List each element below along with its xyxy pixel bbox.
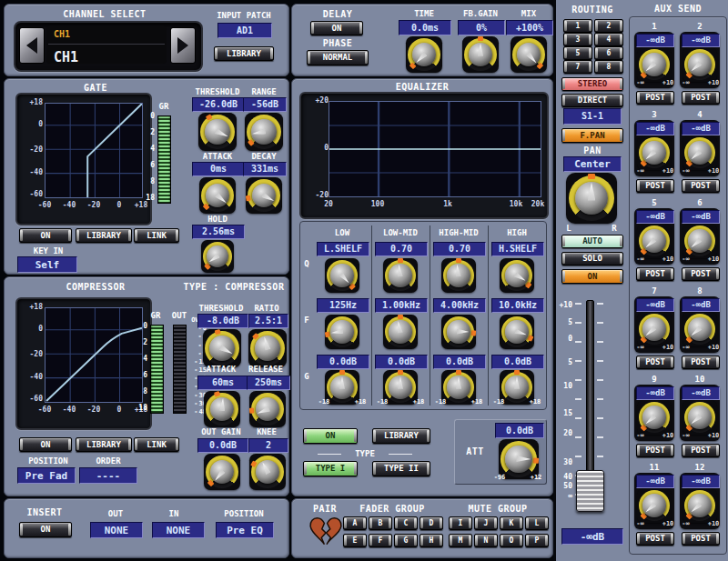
eq-highmid-q-knob[interactable] (441, 258, 476, 293)
mute-group-k[interactable]: K (500, 516, 523, 530)
mute-group-j[interactable]: J (474, 516, 498, 530)
fader-group-h[interactable]: H (420, 534, 443, 547)
aux-4-post-button[interactable]: POST (682, 179, 720, 193)
gate-keyin-value[interactable]: Self (17, 256, 77, 273)
routing-bus-4[interactable]: 4 (594, 33, 623, 46)
aux-8-knob[interactable] (682, 312, 717, 346)
eq-library-button[interactable]: LIBRARY (372, 428, 430, 444)
auto-button[interactable]: AUTO (561, 235, 623, 248)
delay-fbgain-knob[interactable] (462, 36, 499, 73)
eq-high-q-knob[interactable] (500, 258, 534, 293)
aux-3-knob[interactable] (637, 135, 672, 170)
gate-attack-knob[interactable] (199, 177, 236, 214)
aux-2-knob[interactable] (682, 47, 717, 82)
aux-1-post-button[interactable]: POST (636, 91, 674, 105)
input-patch-library-button[interactable]: LIBRARY (214, 46, 274, 61)
channel-prev-button[interactable] (19, 27, 45, 64)
eq-low-q-knob[interactable] (325, 258, 359, 293)
routing-bus-3[interactable]: 3 (563, 33, 592, 46)
routing-bus-6[interactable]: 6 (594, 46, 623, 60)
fader-group-a[interactable]: A (343, 516, 367, 530)
comp-on-button[interactable]: ON (19, 437, 72, 452)
solo-button[interactable]: SOLO (561, 252, 623, 265)
routing-bus-2[interactable]: 2 (594, 19, 623, 33)
insert-out-value[interactable]: NONE (90, 522, 143, 538)
aux-10-knob[interactable] (682, 400, 717, 435)
fader-group-d[interactable]: D (420, 516, 443, 530)
mute-group-o[interactable]: O (500, 534, 523, 547)
gate-threshold-knob[interactable] (198, 113, 237, 151)
gate-range-knob[interactable] (245, 113, 283, 151)
aux-6-post-button[interactable]: POST (682, 267, 720, 281)
comp-library-button[interactable]: LIBRARY (76, 437, 132, 452)
aux-3-post-button[interactable]: POST (636, 179, 674, 193)
insert-position-value[interactable]: Pre EQ (216, 522, 274, 538)
aux-11-post-button[interactable]: POST (636, 532, 674, 546)
gate-hold-knob[interactable] (201, 240, 234, 273)
routing-bus-1[interactable]: 1 (563, 19, 592, 33)
comp-threshold-knob[interactable] (203, 329, 241, 367)
aux-1-knob[interactable] (637, 47, 672, 82)
eq-highmid-f-knob[interactable] (441, 315, 476, 349)
aux-10-post-button[interactable]: POST (682, 444, 720, 457)
fader-handle[interactable] (576, 470, 604, 512)
mute-group-m[interactable]: M (449, 534, 472, 547)
comp-knee-knob[interactable] (249, 454, 286, 490)
comp-outgain-knob[interactable] (204, 454, 240, 490)
routing-stereo-button[interactable]: STEREO (561, 77, 623, 91)
aux-5-knob[interactable] (637, 224, 672, 258)
mute-group-p[interactable]: P (525, 534, 549, 547)
aux-11-knob[interactable] (637, 488, 672, 523)
eq-lowmid-f-knob[interactable] (383, 315, 418, 349)
delay-time-knob[interactable] (406, 36, 442, 73)
aux-12-post-button[interactable]: POST (682, 532, 720, 546)
routing-direct-button[interactable]: DIRECT (561, 94, 623, 107)
aux-4-knob[interactable] (682, 135, 717, 170)
eq-high-f-knob[interactable] (500, 315, 534, 349)
eq-lowmid-q-knob[interactable] (383, 258, 418, 293)
phase-normal-button[interactable]: NORMAL (307, 50, 369, 65)
comp-ratio-knob[interactable] (248, 329, 287, 367)
fader-group-b[interactable]: B (369, 516, 392, 530)
eq-type1-button[interactable]: TYPE I (303, 461, 358, 476)
input-patch-value[interactable]: AD1 (217, 23, 272, 38)
insert-in-value[interactable]: NONE (152, 522, 205, 538)
eq-on-button[interactable]: ON (303, 428, 358, 444)
mute-group-i[interactable]: I (449, 516, 472, 530)
broken-heart-icon[interactable] (308, 515, 343, 549)
comp-release-knob[interactable] (249, 391, 286, 427)
pan-knob[interactable] (566, 173, 617, 224)
insert-on-button[interactable]: ON (19, 522, 72, 537)
aux-7-post-button[interactable]: POST (636, 356, 674, 369)
gate-library-button[interactable]: LIBRARY (76, 228, 132, 243)
aux-2-post-button[interactable]: POST (682, 91, 720, 105)
fader-group-g[interactable]: G (394, 534, 418, 547)
aux-9-knob[interactable] (637, 400, 672, 435)
channel-next-button[interactable] (170, 27, 196, 64)
delay-mix-knob[interactable] (511, 36, 547, 73)
gate-decay-knob[interactable] (246, 177, 282, 214)
aux-9-post-button[interactable]: POST (636, 444, 674, 457)
gate-link-button[interactable]: LINK (134, 228, 179, 243)
mute-group-l[interactable]: L (525, 516, 549, 530)
routing-bus-8[interactable]: 8 (594, 60, 623, 74)
fader-group-c[interactable]: C (394, 516, 418, 530)
aux-8-post-button[interactable]: POST (682, 356, 720, 369)
aux-5-post-button[interactable]: POST (636, 267, 674, 281)
routing-bus-5[interactable]: 5 (563, 46, 592, 60)
comp-attack-knob[interactable] (204, 391, 240, 427)
follow-pan-button[interactable]: F.PAN (561, 128, 623, 143)
direct-out-slot-value[interactable]: S1-1 (563, 108, 622, 125)
fader-group-f[interactable]: F (369, 534, 392, 547)
aux-6-knob[interactable] (682, 224, 717, 258)
mute-group-n[interactable]: N (474, 534, 498, 547)
routing-bus-7[interactable]: 7 (563, 60, 592, 74)
comp-link-button[interactable]: LINK (134, 437, 179, 452)
eq-low-f-knob[interactable] (325, 315, 359, 349)
fader-group-e[interactable]: E (343, 534, 367, 547)
gate-on-button[interactable]: ON (19, 228, 72, 243)
aux-12-knob[interactable] (682, 488, 717, 523)
delay-on-button[interactable]: ON (310, 21, 363, 35)
eq-type2-button[interactable]: TYPE II (372, 461, 430, 476)
aux-7-knob[interactable] (637, 312, 672, 346)
